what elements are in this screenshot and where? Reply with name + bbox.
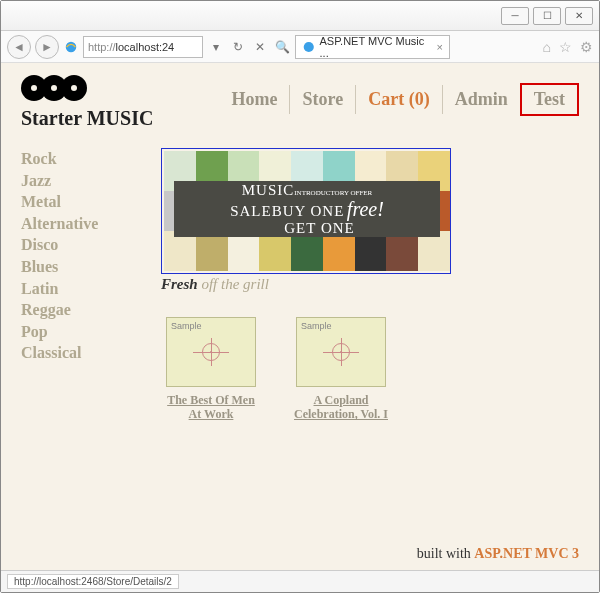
site-brand: Starter MUSIC (21, 107, 153, 130)
tab-title: ASP.NET MVC Music ... (320, 35, 433, 59)
nav-home[interactable]: Home (220, 85, 290, 114)
tab-close-icon[interactable]: × (437, 41, 443, 53)
favorites-icon[interactable]: ☆ (559, 39, 572, 55)
sidebar-item-rock[interactable]: Rock (21, 148, 141, 170)
main-nav: Home Store Cart (0) Admin Test (220, 83, 580, 116)
home-icon[interactable]: ⌂ (543, 39, 551, 55)
ie-logo-icon (63, 39, 79, 55)
album-thumb[interactable]: Sample (296, 317, 386, 387)
banner-overlay: MUSICINTRODUCTORY OFFER SALEBUY ONE free… (174, 181, 440, 237)
site-logo-icon (21, 75, 153, 101)
tagline: Fresh off the grill (161, 276, 579, 293)
banner-mosaic: MUSICINTRODUCTORY OFFER SALEBUY ONE free… (164, 151, 450, 271)
sidebar-item-classical[interactable]: Classical (21, 342, 141, 364)
footer: built with ASP.NET MVC 3 (417, 546, 579, 562)
stop-icon[interactable]: ✕ (251, 38, 269, 56)
back-button[interactable]: ◄ (7, 35, 31, 59)
forward-button[interactable]: ► (35, 35, 59, 59)
sample-label: Sample (301, 321, 332, 331)
nav-test[interactable]: Test (520, 83, 579, 116)
refresh-icon[interactable]: ↻ (229, 38, 247, 56)
sidebar-item-jazz[interactable]: Jazz (21, 170, 141, 192)
page-content: Starter MUSIC Home Store Cart (0) Admin … (1, 63, 599, 570)
svg-point-1 (304, 41, 314, 51)
nav-cart[interactable]: Cart (0) (355, 85, 441, 114)
album-list: SampleThe Best Of Men At WorkSampleA Cop… (161, 317, 579, 422)
sidebar-item-alternative[interactable]: Alternative (21, 213, 141, 235)
footer-mvc-link[interactable]: ASP.NET MVC 3 (474, 546, 579, 561)
status-bar: http://localhost:2468/Store/Details/2 (1, 570, 599, 592)
album-title-link[interactable]: A Copland Celebration, Vol. I (291, 393, 391, 422)
nav-store[interactable]: Store (289, 85, 355, 114)
tab-favicon-icon (302, 40, 316, 54)
status-text: http://localhost:2468/Store/Details/2 (7, 574, 179, 589)
sidebar-item-latin[interactable]: Latin (21, 278, 141, 300)
genre-sidebar: RockJazzMetalAlternativeDiscoBluesLatinR… (21, 148, 141, 422)
browser-tab[interactable]: ASP.NET MVC Music ... × (295, 35, 450, 59)
tools-icon[interactable]: ⚙ (580, 39, 593, 55)
search-icon[interactable]: 🔍 (273, 38, 291, 56)
nav-admin[interactable]: Admin (442, 85, 520, 114)
dropdown-icon[interactable]: ▾ (207, 38, 225, 56)
sidebar-item-disco[interactable]: Disco (21, 234, 141, 256)
address-bar[interactable]: http://localhost:24 (83, 36, 203, 58)
sidebar-item-metal[interactable]: Metal (21, 191, 141, 213)
album-title-link[interactable]: The Best Of Men At Work (161, 393, 261, 422)
minimize-button[interactable]: ─ (501, 7, 529, 25)
album-item: SampleThe Best Of Men At Work (161, 317, 261, 422)
sidebar-item-blues[interactable]: Blues (21, 256, 141, 278)
browser-toolbar: ◄ ► http://localhost:24 ▾ ↻ ✕ 🔍 ASP.NET … (1, 31, 599, 63)
promo-banner[interactable]: MUSICINTRODUCTORY OFFER SALEBUY ONE free… (161, 148, 451, 274)
close-button[interactable]: ✕ (565, 7, 593, 25)
album-thumb[interactable]: Sample (166, 317, 256, 387)
sample-label: Sample (171, 321, 202, 331)
url-scheme: http:// (88, 41, 116, 53)
sidebar-item-pop[interactable]: Pop (21, 321, 141, 343)
sidebar-item-reggae[interactable]: Reggae (21, 299, 141, 321)
url-host: localhost:24 (116, 41, 175, 53)
maximize-button[interactable]: ☐ (533, 7, 561, 25)
window-titlebar: ─ ☐ ✕ (1, 1, 599, 31)
album-item: SampleA Copland Celebration, Vol. I (291, 317, 391, 422)
